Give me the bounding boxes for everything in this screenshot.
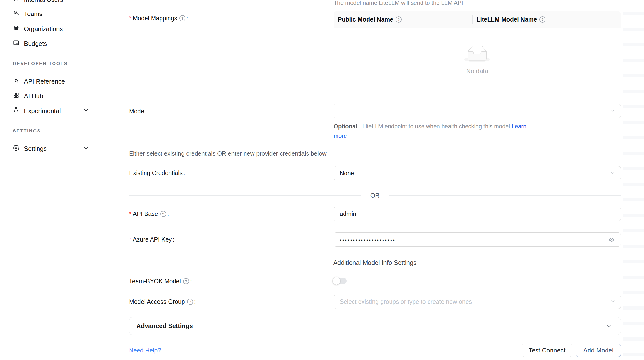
helper-body: - LiteLLM endpoint to use when health ch… (357, 123, 512, 130)
label-text: Mode (129, 108, 144, 115)
required-asterisk: * (129, 236, 131, 243)
gear-icon (13, 144, 19, 153)
model-access-group-select[interactable]: Select existing groups or type to create… (334, 295, 621, 309)
label-colon: : (194, 298, 196, 305)
label-colon: : (184, 170, 185, 176)
add-model-page: Internal Users Teams Organizations Budge… (0, 0, 644, 360)
teams-icon (13, 10, 19, 18)
azure-api-key-input[interactable]: ••••••••••••••••••••• (334, 232, 621, 247)
help-icon[interactable]: ? (187, 299, 193, 305)
sidebar-item-api-reference[interactable]: API Reference (0, 74, 117, 88)
advanced-settings-title: Advanced Settings (136, 322, 193, 330)
required-asterisk: * (129, 210, 131, 217)
sidebar-item-organizations[interactable]: Organizations (0, 22, 117, 36)
team-byok-toggle[interactable] (333, 278, 347, 284)
sidebar-nav: Internal Users Teams Organizations Budge… (0, 0, 117, 360)
sidebar-section-developer-tools: DEVELOPER TOOLS (13, 61, 68, 66)
sidebar-item-budgets[interactable]: Budgets (0, 36, 117, 51)
toggle-knob (333, 277, 340, 285)
plug-icon (13, 77, 19, 86)
azure-api-key-label: * Azure API Key : (129, 235, 174, 244)
label-text: Existing Credentials (129, 170, 182, 176)
column-header-label: LiteLLM Model Name (476, 16, 537, 23)
api-base-input[interactable]: admin (334, 207, 621, 221)
sidebar-item-label: Organizations (24, 25, 63, 33)
divider-line (129, 263, 325, 263)
label-text: Team-BYOK Model (129, 278, 181, 285)
label-colon: : (186, 15, 188, 22)
masked-password-value: ••••••••••••••••••••• (340, 236, 396, 243)
field-helper-note: The model name LiteLLM will send to the … (334, 0, 463, 6)
sidebar-item-internal-users[interactable]: Internal Users (0, 0, 117, 7)
empty-state-text: No data (466, 67, 488, 75)
existing-credentials-label: Existing Credentials : (129, 169, 185, 177)
sidebar-item-label: Budgets (24, 40, 47, 48)
eye-icon[interactable] (608, 236, 616, 243)
need-help-link[interactable]: Need Help? (129, 347, 161, 354)
help-icon[interactable]: ? (396, 16, 402, 22)
sidebar-section-settings: SETTINGS (13, 128, 41, 134)
chevron-down-icon (610, 107, 616, 115)
additional-settings-divider: Additional Model Info Settings (129, 259, 621, 266)
grid-icon (13, 92, 19, 100)
team-byok-label: Team-BYOK Model ? : (129, 277, 192, 285)
column-header-public-model-name: Public Model Name ? (334, 12, 472, 28)
sidebar-item-teams[interactable]: Teams (0, 6, 117, 21)
label-colon: : (167, 210, 169, 218)
select-placeholder: Select existing groups or type to create… (340, 298, 472, 305)
label-text: Model Mappings (133, 15, 177, 22)
column-header-label: Public Model Name (338, 16, 393, 23)
credentials-note: Either select existing credentials OR en… (129, 150, 326, 157)
advanced-settings-panel[interactable]: Advanced Settings (129, 317, 621, 335)
divider-line (425, 263, 621, 263)
label-text: API Base (133, 210, 158, 218)
chevron-down-icon (610, 170, 616, 177)
required-asterisk: * (129, 15, 131, 22)
label-text: Model Access Group (129, 298, 185, 305)
input-value: admin (340, 210, 356, 218)
page-edge-strip (623, 0, 644, 360)
or-divider: OR (129, 192, 621, 199)
help-icon[interactable]: ? (183, 278, 189, 284)
add-model-button[interactable]: Add Model (576, 344, 621, 357)
chevron-down-icon (610, 298, 616, 306)
column-header-litellm-model-name: LiteLLM Model Name ? (472, 12, 621, 28)
model-access-group-label: Model Access Group ? : (129, 298, 196, 306)
mode-label: Mode : (129, 107, 147, 115)
model-mappings-label: * Model Mappings ? : (129, 14, 188, 22)
flask-icon (13, 107, 19, 115)
divider-line (388, 195, 621, 196)
mode-select[interactable] (334, 104, 621, 118)
mode-helper-text: Optional - LiteLLM endpoint to use when … (334, 122, 535, 140)
label-colon: : (190, 278, 192, 285)
selected-value: None (340, 170, 354, 177)
user-icon (13, 0, 19, 4)
help-icon[interactable]: ? (540, 16, 546, 22)
helper-bold: Optional (334, 123, 357, 130)
sidebar-item-label: AI Hub (24, 92, 43, 100)
help-icon[interactable]: ? (160, 211, 166, 217)
table-header-row: Public Model Name ? LiteLLM Model Name ? (334, 12, 621, 28)
chevron-down-icon (83, 107, 89, 115)
test-connect-button[interactable]: Test Connect (522, 344, 572, 357)
divider-line (129, 195, 361, 196)
empty-box-icon (464, 46, 490, 63)
model-mappings-table: Public Model Name ? LiteLLM Model Name ?… (334, 12, 621, 92)
label-text: Azure API Key (133, 236, 172, 243)
sidebar-item-label: Experimental (24, 107, 61, 115)
sidebar-item-label: Internal Users (24, 0, 63, 4)
divider-text: OR (370, 192, 380, 199)
sidebar-item-ai-hub[interactable]: AI Hub (0, 89, 117, 104)
wallet-icon (13, 40, 19, 48)
label-colon: : (173, 236, 174, 243)
chevron-down-icon (606, 323, 612, 329)
sidebar-item-experimental[interactable]: Experimental (0, 104, 117, 118)
help-icon[interactable]: ? (180, 15, 186, 21)
sidebar-item-settings[interactable]: Settings (0, 142, 117, 156)
chevron-down-icon (83, 144, 89, 153)
sidebar-item-label: API Reference (24, 78, 65, 85)
label-colon: : (145, 108, 147, 115)
existing-credentials-select[interactable]: None (334, 166, 621, 180)
sidebar-item-label: Settings (24, 145, 47, 152)
bank-icon (13, 25, 19, 33)
